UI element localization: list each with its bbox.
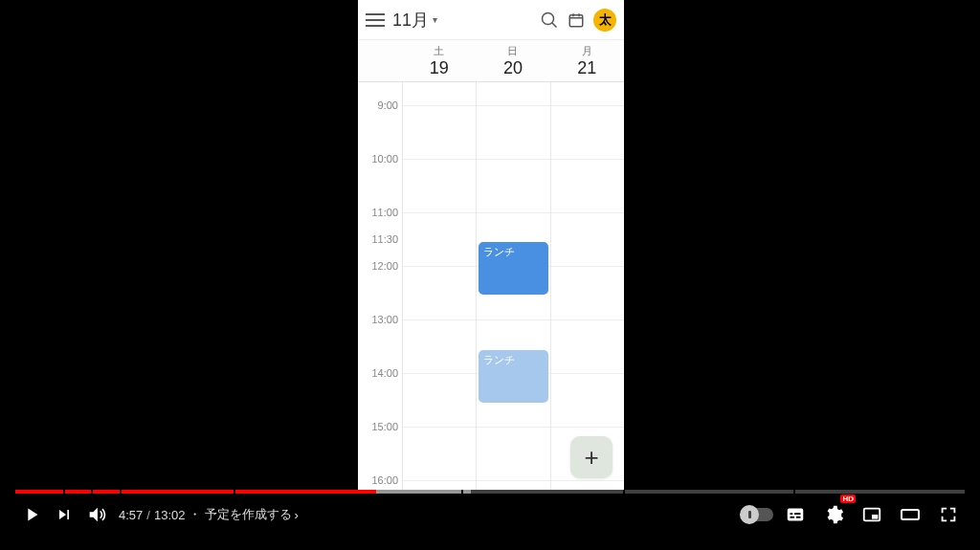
chapter-title: 予定を作成する — [205, 506, 292, 523]
day-column[interactable]: ランチ ランチ — [476, 82, 549, 490]
time-label: 16:00 — [371, 474, 398, 486]
svg-rect-7 — [872, 515, 878, 519]
video-stage: 11月 ▾ 太 土 19 日 20 月 21 — [0, 0, 980, 550]
chapter-button[interactable]: 予定を作成する › — [205, 506, 298, 523]
time-label: 11:00 — [371, 207, 398, 218]
month-picker[interactable]: 11月 ▾ — [392, 9, 437, 32]
day-header[interactable]: 日 20 — [476, 40, 549, 81]
subtitles-button[interactable] — [779, 498, 812, 531]
volume-button[interactable] — [80, 498, 113, 531]
svg-rect-3 — [796, 517, 801, 518]
time-label: 14:00 — [371, 367, 398, 379]
time-label: 11:30 — [371, 233, 398, 245]
time-label: 12:00 — [371, 260, 398, 272]
calendar-grid[interactable]: 9:00 10:00 11:00 11:30 12:00 13:00 14:00… — [358, 82, 624, 490]
event-title: ランチ — [483, 354, 515, 365]
settings-button[interactable]: HD — [817, 498, 850, 531]
toggle-knob — [740, 505, 759, 524]
time-label: 15:00 — [371, 421, 398, 432]
svg-rect-4 — [791, 513, 793, 515]
dropdown-caret-icon: ▾ — [433, 14, 437, 25]
calendar-event[interactable]: ランチ — [479, 242, 547, 295]
day-of-week: 土 — [434, 44, 444, 58]
theater-mode-button[interactable] — [894, 498, 926, 531]
day-of-week: 月 — [582, 44, 592, 58]
day-column[interactable] — [402, 82, 476, 490]
app-bar: 11月 ▾ 太 — [358, 0, 624, 40]
create-event-fab[interactable]: + — [570, 436, 612, 478]
day-of-week: 日 — [507, 44, 518, 58]
day-of-month: 20 — [503, 58, 523, 78]
event-title: ランチ — [483, 246, 515, 257]
time-label: 10:00 — [371, 153, 398, 165]
calendar-event[interactable]: ランチ — [479, 350, 547, 403]
day-column[interactable] — [550, 82, 624, 490]
svg-rect-2 — [791, 517, 795, 518]
svg-rect-5 — [794, 513, 800, 515]
duration: 13:02 — [154, 508, 186, 522]
hd-badge: HD — [840, 495, 856, 503]
today-icon[interactable] — [567, 11, 586, 30]
menu-icon[interactable] — [366, 13, 385, 27]
play-button[interactable] — [15, 498, 48, 531]
day-of-month: 21 — [577, 58, 596, 78]
time-label: 13:00 — [371, 314, 398, 325]
time-label: 9:00 — [378, 99, 398, 111]
day-header[interactable]: 土 19 — [402, 40, 476, 81]
time-display: 4:57 / 13:02 ・ 予定を作成する › — [119, 506, 299, 523]
current-time: 4:57 — [119, 508, 143, 522]
fullscreen-button[interactable] — [932, 498, 965, 531]
search-icon[interactable] — [540, 11, 559, 30]
chevron-right-icon: › — [294, 508, 298, 522]
calendar-app: 11月 ▾ 太 土 19 日 20 月 21 — [358, 0, 624, 490]
autoplay-toggle[interactable] — [741, 508, 773, 521]
next-button[interactable] — [48, 498, 80, 531]
svg-rect-0 — [569, 14, 583, 26]
svg-rect-8 — [902, 510, 919, 519]
player-controls: 4:57 / 13:02 ・ 予定を作成する › HD — [0, 494, 980, 536]
month-label: 11月 — [392, 9, 429, 32]
plus-icon: + — [584, 443, 598, 473]
avatar[interactable]: 太 — [593, 9, 616, 32]
day-header-row: 土 19 日 20 月 21 — [358, 40, 624, 82]
miniplayer-button[interactable] — [856, 498, 888, 531]
day-columns: ランチ ランチ — [402, 82, 624, 490]
chapter-bullet: ・ — [189, 506, 201, 523]
day-of-month: 19 — [430, 58, 449, 78]
day-header[interactable]: 月 21 — [550, 40, 624, 81]
